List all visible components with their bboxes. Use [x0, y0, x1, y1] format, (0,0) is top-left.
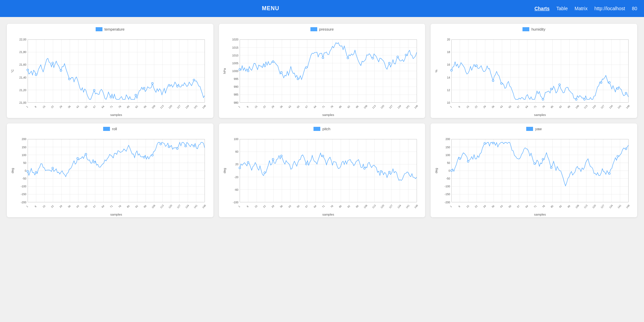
svg-point-373	[388, 171, 390, 173]
chart-card-roll: roll200150100500-50-100-150-200181522293…	[7, 123, 213, 218]
svg-point-367	[272, 158, 274, 160]
svg-text:36: 36	[491, 105, 495, 109]
svg-text:29: 29	[271, 204, 275, 208]
svg-text:°C: °C	[11, 69, 14, 73]
svg-text:85: 85	[338, 204, 342, 208]
chart-card-pitch: pitch1006020-20-60-100181522293643505764…	[219, 123, 425, 218]
nav-matrix[interactable]: Matrix	[575, 6, 587, 11]
svg-point-149	[388, 62, 390, 64]
svg-text:8: 8	[34, 105, 37, 108]
svg-point-217	[550, 88, 552, 90]
svg-point-148	[372, 57, 373, 59]
svg-text:85: 85	[126, 105, 130, 109]
svg-text:60: 60	[235, 150, 239, 153]
svg-text:113: 113	[159, 204, 164, 209]
svg-text:100: 100	[22, 153, 27, 156]
legend-label: pressure	[319, 27, 334, 31]
svg-point-444	[492, 142, 494, 144]
chart-card-humidity: humidity20181614121018152229364350576471…	[431, 24, 637, 118]
nav-port[interactable]: 80	[632, 6, 637, 11]
svg-point-222	[609, 82, 610, 83]
svg-text:980: 980	[234, 101, 238, 104]
svg-text:120: 120	[592, 104, 597, 109]
svg-text:8: 8	[246, 105, 249, 108]
svg-text:samples: samples	[322, 213, 334, 216]
svg-text:samples: samples	[110, 213, 122, 216]
svg-point-368	[280, 155, 282, 157]
svg-text:21,40: 21,40	[19, 76, 27, 79]
svg-point-220	[584, 99, 585, 100]
svg-text:64: 64	[101, 105, 105, 109]
svg-point-364	[239, 167, 241, 169]
svg-text:deg: deg	[223, 168, 226, 173]
svg-point-369	[305, 163, 307, 165]
svg-text:1: 1	[449, 105, 452, 108]
svg-text:141: 141	[617, 104, 622, 109]
svg-text:127: 127	[176, 204, 181, 209]
svg-text:134: 134	[609, 104, 614, 109]
svg-point-365	[247, 162, 249, 163]
svg-text:43: 43	[76, 105, 80, 109]
svg-point-71	[176, 85, 178, 87]
svg-point-371	[364, 167, 365, 169]
svg-text:-60: -60	[234, 188, 238, 191]
svg-point-299	[160, 143, 162, 145]
svg-point-68	[143, 87, 145, 89]
svg-text:50: 50	[447, 162, 451, 165]
svg-point-146	[322, 57, 324, 58]
svg-text:148: 148	[414, 204, 419, 209]
svg-text:141: 141	[405, 204, 410, 209]
chart-legend-roll: roll	[10, 127, 210, 131]
svg-text:134: 134	[609, 204, 614, 209]
legend-color	[526, 127, 533, 131]
svg-point-301	[176, 148, 178, 149]
svg-text:36: 36	[279, 105, 283, 109]
svg-text:15: 15	[42, 105, 46, 109]
svg-point-69	[151, 83, 153, 84]
svg-text:78: 78	[118, 105, 122, 109]
svg-point-294	[77, 157, 78, 159]
svg-point-72	[193, 79, 195, 81]
svg-text:127: 127	[600, 104, 605, 109]
svg-point-224	[625, 92, 627, 94]
svg-point-447	[550, 167, 552, 168]
svg-text:64: 64	[313, 105, 317, 109]
svg-point-67	[135, 94, 136, 96]
svg-text:21,00: 21,00	[19, 101, 27, 104]
svg-text:16: 16	[447, 63, 451, 66]
svg-point-443	[484, 142, 486, 144]
svg-text:22,00: 22,00	[19, 38, 27, 41]
svg-text:57: 57	[93, 204, 97, 208]
svg-text:141: 141	[193, 204, 198, 209]
svg-text:samples: samples	[534, 213, 546, 216]
svg-text:106: 106	[575, 204, 580, 209]
svg-point-372	[380, 170, 382, 172]
svg-text:113: 113	[371, 104, 376, 109]
svg-text:92: 92	[347, 204, 351, 208]
svg-text:92: 92	[559, 105, 563, 109]
svg-point-298	[151, 154, 153, 156]
svg-text:113: 113	[159, 104, 164, 109]
nav-table[interactable]: Table	[557, 6, 568, 11]
svg-point-441	[459, 158, 461, 159]
svg-point-139	[239, 69, 241, 70]
svg-text:78: 78	[330, 204, 334, 208]
svg-text:50: 50	[84, 204, 88, 208]
svg-text:92: 92	[134, 105, 139, 109]
svg-text:-150: -150	[445, 193, 450, 196]
menu-label: MENU	[7, 5, 534, 12]
svg-text:29: 29	[59, 105, 63, 109]
svg-text:85: 85	[550, 204, 554, 208]
nav-host[interactable]: http://localhost	[594, 6, 625, 11]
svg-text:150: 150	[22, 146, 27, 149]
chart-legend-pitch: pitch	[222, 127, 422, 131]
svg-point-151	[405, 54, 407, 56]
svg-text:148: 148	[202, 204, 207, 209]
svg-text:36: 36	[67, 105, 71, 109]
svg-text:71: 71	[533, 105, 537, 109]
nav-charts[interactable]: Charts	[534, 6, 549, 11]
svg-text:14: 14	[447, 76, 451, 79]
svg-point-140	[247, 70, 249, 72]
svg-text:113: 113	[583, 104, 589, 109]
chart-svg-roll: 200150100500-50-100-150-2001815222936435…	[10, 132, 210, 220]
